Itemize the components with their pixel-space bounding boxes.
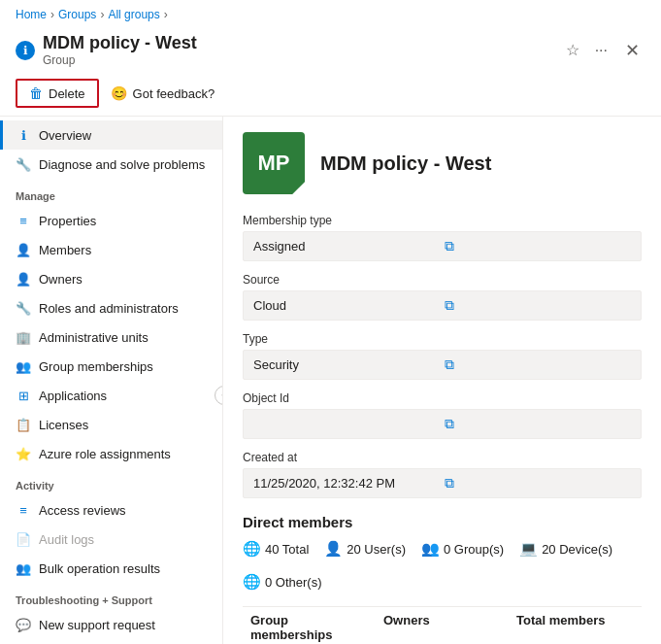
delete-label: Delete bbox=[49, 86, 85, 101]
field-value-type: Security ⧉ bbox=[243, 350, 642, 380]
sidebar-label-new-support: New support request bbox=[39, 618, 155, 632]
sidebar-item-azure-roles[interactable]: ⭐ Azure role assignments bbox=[0, 439, 222, 468]
roles-icon: 🔧 bbox=[16, 300, 31, 316]
sidebar-label-group-memberships: Group memberships bbox=[39, 359, 153, 374]
sidebar-item-audit-logs[interactable]: 📄 Audit logs bbox=[0, 525, 222, 554]
stat-devices-label: 20 Device(s) bbox=[542, 542, 612, 557]
field-created-at: Created at 11/25/2020, 12:32:42 PM ⧉ bbox=[243, 451, 642, 498]
stat-others-label: 0 Other(s) bbox=[265, 575, 322, 590]
sidebar-item-licenses[interactable]: 📋 Licenses bbox=[0, 410, 222, 439]
sidebar-item-properties[interactable]: ≡ Properties bbox=[0, 206, 222, 235]
section-manage: Manage bbox=[0, 179, 222, 206]
total-globe-icon: 🌐 bbox=[243, 540, 261, 558]
breadcrumb-groups[interactable]: Groups bbox=[58, 8, 96, 21]
feedback-icon: 😊 bbox=[111, 85, 127, 101]
devices-icon: 💻 bbox=[519, 540, 538, 558]
content-area: MP MDM policy - West Membership type Ass… bbox=[223, 117, 661, 644]
toolbar: 🗑 Delete 😊 Got feedback? bbox=[0, 75, 661, 117]
sidebar-item-members[interactable]: 👤 Members bbox=[0, 235, 222, 264]
sidebar-label-admin-units: Administrative units bbox=[39, 330, 149, 345]
page-title: MDM policy - West bbox=[43, 33, 554, 53]
feedback-label: Got feedback? bbox=[133, 86, 215, 101]
trash-icon: 🗑 bbox=[29, 85, 43, 101]
field-value-membership-type: Assigned ⧉ bbox=[243, 231, 642, 261]
bulk-ops-icon: 👥 bbox=[16, 560, 31, 576]
breadcrumb-home[interactable]: Home bbox=[16, 8, 47, 21]
copy-type-icon[interactable]: ⧉ bbox=[445, 356, 632, 373]
field-object-id: Object Id ⧉ bbox=[243, 391, 642, 439]
sidebar-label-audit-logs: Audit logs bbox=[39, 532, 94, 547]
sidebar-item-access-reviews[interactable]: ≡ Access reviews bbox=[0, 495, 222, 525]
stat-total: 🌐 40 Total bbox=[243, 540, 309, 558]
stat-devices: 💻 20 Device(s) bbox=[519, 540, 612, 558]
group-avatar: MP bbox=[243, 132, 305, 194]
field-type: Type Security ⧉ bbox=[243, 332, 642, 380]
stat-users: 👤 20 User(s) bbox=[324, 540, 406, 558]
delete-button[interactable]: 🗑 Delete bbox=[16, 79, 99, 108]
field-label-source: Source bbox=[243, 273, 642, 287]
field-label-object-id: Object Id bbox=[243, 391, 642, 405]
col-total-members: Total members bbox=[509, 613, 642, 642]
close-icon[interactable]: ✕ bbox=[619, 38, 645, 63]
copy-created-at-icon[interactable]: ⧉ bbox=[445, 475, 632, 491]
copy-source-icon[interactable]: ⧉ bbox=[445, 297, 632, 314]
sidebar-item-applications[interactable]: ⊞ Applications bbox=[0, 381, 222, 410]
sidebar-item-overview[interactable]: ℹ Overview bbox=[0, 120, 222, 150]
sidebar-label-properties: Properties bbox=[39, 214, 96, 228]
group-header: MP MDM policy - West bbox=[243, 132, 642, 194]
main-layout: « ℹ Overview 🔧 Diagnose and solve proble… bbox=[0, 117, 661, 644]
sidebar-label-licenses: Licenses bbox=[39, 418, 88, 432]
sidebar-label-bulk-ops: Bulk operation results bbox=[39, 561, 160, 576]
field-value-source: Cloud ⧉ bbox=[243, 290, 642, 321]
azure-roles-icon: ⭐ bbox=[16, 446, 31, 461]
support-icon: 💬 bbox=[16, 617, 31, 632]
header-info-icon: ℹ bbox=[16, 41, 35, 60]
sidebar-item-new-support[interactable]: 💬 New support request bbox=[0, 610, 222, 639]
sidebar-label-azure-roles: Azure role assignments bbox=[39, 447, 171, 461]
section-troubleshooting: Troubleshooting + Support bbox=[0, 583, 222, 610]
table-header: Group memberships Owners Total members bbox=[243, 606, 642, 644]
sidebar-label-overview: Overview bbox=[39, 128, 91, 143]
overview-icon: ℹ bbox=[16, 127, 31, 143]
members-icon: 👤 bbox=[16, 242, 31, 257]
field-label-type: Type bbox=[243, 332, 642, 346]
breadcrumb-all-groups[interactable]: All groups bbox=[108, 8, 159, 21]
copy-object-id-icon[interactable]: ⧉ bbox=[445, 416, 632, 432]
sidebar-label-applications: Applications bbox=[39, 389, 107, 403]
col-owners: Owners bbox=[376, 613, 509, 642]
breadcrumb: Home › Groups › All groups › bbox=[0, 0, 661, 29]
properties-icon: ≡ bbox=[16, 213, 31, 228]
licenses-icon: 📋 bbox=[16, 417, 31, 432]
others-globe-icon: 🌐 bbox=[243, 573, 261, 591]
sidebar-item-group-memberships[interactable]: 👥 Group memberships bbox=[0, 352, 222, 381]
sidebar: « ℹ Overview 🔧 Diagnose and solve proble… bbox=[0, 117, 223, 644]
stat-others: 🌐 0 Other(s) bbox=[243, 573, 322, 591]
sidebar-label-access-reviews: Access reviews bbox=[39, 503, 126, 518]
section-activity: Activity bbox=[0, 468, 222, 495]
access-reviews-icon: ≡ bbox=[16, 502, 31, 518]
sidebar-label-members: Members bbox=[39, 243, 91, 257]
owners-icon: 👤 bbox=[16, 271, 31, 287]
diagnose-icon: 🔧 bbox=[16, 156, 31, 172]
direct-members-title: Direct members bbox=[243, 514, 642, 530]
copy-membership-type-icon[interactable]: ⧉ bbox=[445, 238, 632, 254]
page-header: ℹ MDM policy - West Group ☆ ··· ✕ bbox=[0, 29, 661, 75]
users-icon: 👤 bbox=[324, 540, 343, 558]
groups-icon: 👥 bbox=[421, 540, 440, 558]
field-label-membership-type: Membership type bbox=[243, 214, 642, 227]
sidebar-item-bulk-ops[interactable]: 👥 Bulk operation results bbox=[0, 554, 222, 583]
sidebar-item-owners[interactable]: 👤 Owners bbox=[0, 264, 222, 293]
admin-units-icon: 🏢 bbox=[16, 329, 31, 345]
sidebar-item-roles[interactable]: 🔧 Roles and administrators bbox=[0, 293, 222, 322]
field-value-object-id: ⧉ bbox=[243, 409, 642, 439]
field-label-created-at: Created at bbox=[243, 451, 642, 464]
field-source: Source Cloud ⧉ bbox=[243, 273, 642, 321]
sidebar-item-admin-units[interactable]: 🏢 Administrative units bbox=[0, 322, 222, 352]
pin-icon[interactable]: ☆ bbox=[562, 39, 583, 61]
stat-users-label: 20 User(s) bbox=[347, 542, 406, 557]
sidebar-item-diagnose[interactable]: 🔧 Diagnose and solve problems bbox=[0, 150, 222, 179]
stat-groups-label: 0 Group(s) bbox=[444, 542, 504, 557]
more-options-icon[interactable]: ··· bbox=[591, 40, 611, 61]
group-name: MDM policy - West bbox=[320, 153, 491, 175]
feedback-button[interactable]: 😊 Got feedback? bbox=[111, 85, 215, 101]
